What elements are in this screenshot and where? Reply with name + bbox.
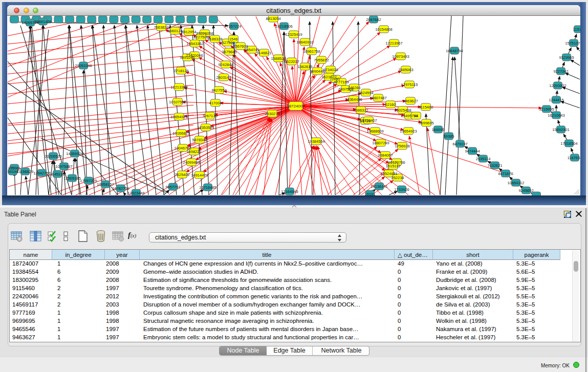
svg-text:3215955: 3215955 <box>539 107 554 112</box>
svg-text:2087682: 2087682 <box>366 17 381 22</box>
svg-text:8427552: 8427552 <box>211 88 226 93</box>
svg-text:9242848: 9242848 <box>218 62 233 67</box>
svg-text:17016504: 17016504 <box>560 141 577 146</box>
svg-text:19166825: 19166825 <box>172 131 189 136</box>
svg-text:8660124: 8660124 <box>167 29 182 33</box>
svg-text:5878342: 5878342 <box>192 138 207 142</box>
svg-text:20691406: 20691406 <box>34 19 51 24</box>
svg-text:9329965: 9329965 <box>559 55 574 60</box>
svg-text:9463627: 9463627 <box>403 99 418 103</box>
svg-text:17975115: 17975115 <box>401 82 418 87</box>
svg-text:24099489: 24099489 <box>183 160 200 165</box>
svg-text:8471676: 8471676 <box>498 171 513 176</box>
svg-text:7632621: 7632621 <box>487 163 502 168</box>
svg-text:20206526: 20206526 <box>45 154 61 159</box>
svg-text:10807487: 10807487 <box>369 96 386 100</box>
svg-text:1588520: 1588520 <box>271 56 286 61</box>
svg-text:59385: 59385 <box>444 134 454 139</box>
svg-text:12942757: 12942757 <box>33 171 50 176</box>
svg-text:6734028: 6734028 <box>323 68 338 72</box>
svg-text:17164645: 17164645 <box>281 189 298 194</box>
svg-text:16961758: 16961758 <box>303 49 320 54</box>
svg-text:16210643: 16210643 <box>548 113 564 118</box>
svg-text:10654112: 10654112 <box>508 181 525 185</box>
svg-text:1244415: 1244415 <box>549 98 563 102</box>
svg-text:7386322: 7386322 <box>353 108 368 113</box>
svg-text:1733426: 1733426 <box>394 187 409 192</box>
svg-text:16648794: 16648794 <box>446 49 463 53</box>
svg-text:6479197: 6479197 <box>452 142 467 146</box>
svg-text:746266: 746266 <box>347 85 360 90</box>
svg-text:16543362: 16543362 <box>186 41 203 46</box>
svg-text:14359926: 14359926 <box>66 151 83 156</box>
svg-text:2930273: 2930273 <box>265 112 279 116</box>
svg-text:15716485: 15716485 <box>199 185 216 190</box>
svg-text:1615112: 1615112 <box>386 164 401 168</box>
svg-text:11156829: 11156829 <box>17 169 33 174</box>
svg-text:15692901: 15692901 <box>552 127 569 132</box>
svg-text:10958157: 10958157 <box>97 182 114 187</box>
svg-text:5322037: 5322037 <box>284 59 299 64</box>
svg-text:7625402: 7625402 <box>175 172 189 177</box>
svg-text:18640910: 18640910 <box>296 40 313 45</box>
svg-text:3675685: 3675685 <box>222 50 236 54</box>
svg-text:10973493: 10973493 <box>392 54 409 59</box>
svg-text:18807249: 18807249 <box>372 141 389 145</box>
svg-text:9146821: 9146821 <box>256 51 271 55</box>
svg-text:164095: 164095 <box>431 127 444 132</box>
svg-text:1756928: 1756928 <box>395 144 409 148</box>
svg-text:10975887: 10975887 <box>55 164 72 169</box>
svg-text:9115460: 9115460 <box>419 105 433 110</box>
svg-text:12325419: 12325419 <box>285 32 302 37</box>
svg-text:1167534: 1167534 <box>568 156 580 160</box>
svg-text:1362615: 1362615 <box>297 64 312 69</box>
svg-text:1145193: 1145193 <box>50 172 65 177</box>
svg-text:19218506: 19218506 <box>275 24 292 29</box>
svg-text:62160: 62160 <box>385 102 396 107</box>
svg-text:8990448: 8990448 <box>310 69 324 74</box>
svg-text:12093832: 12093832 <box>549 83 566 88</box>
svg-text:1546: 1546 <box>229 37 238 41</box>
svg-text:10107552: 10107552 <box>169 100 186 104</box>
svg-text:252234: 252234 <box>391 176 404 180</box>
svg-text:2935114: 2935114 <box>476 157 491 161</box>
svg-text:9227342: 9227342 <box>553 69 568 74</box>
svg-text:9891046: 9891046 <box>180 55 194 60</box>
svg-text:19654925: 19654925 <box>170 115 187 119</box>
svg-text:12213383: 12213383 <box>170 85 187 90</box>
svg-text:12505185: 12505185 <box>63 176 80 181</box>
svg-text:9657791: 9657791 <box>165 185 180 189</box>
svg-text:12923448: 12923448 <box>127 191 144 195</box>
svg-text:3624554: 3624554 <box>358 91 373 95</box>
svg-text:8813054: 8813054 <box>266 16 280 21</box>
svg-text:7955812: 7955812 <box>314 58 329 62</box>
svg-text:7485063: 7485063 <box>398 68 413 72</box>
svg-text:3267130: 3267130 <box>202 114 217 118</box>
svg-text:16782759: 16782759 <box>112 186 129 191</box>
svg-text:2803144: 2803144 <box>216 75 231 80</box>
svg-text:15720407: 15720407 <box>360 118 377 123</box>
svg-text:9777169: 9777169 <box>334 80 349 84</box>
svg-text:8227509: 8227509 <box>193 35 208 39</box>
svg-text:417004: 417004 <box>209 101 222 105</box>
svg-text:10688609: 10688609 <box>366 129 383 134</box>
svg-text:12353594: 12353594 <box>197 125 214 130</box>
svg-text:16154808: 16154808 <box>375 27 392 32</box>
svg-text:12213967: 12213967 <box>385 41 402 46</box>
svg-text:44: 44 <box>414 114 418 118</box>
svg-text:7357224: 7357224 <box>226 24 241 29</box>
svg-text:10025458: 10025458 <box>394 108 411 113</box>
svg-text:2718126: 2718126 <box>173 69 188 73</box>
svg-text:15751074: 15751074 <box>565 41 580 46</box>
svg-text:19654923: 19654923 <box>400 129 417 134</box>
svg-text:18724007: 18724007 <box>287 104 305 108</box>
svg-text:14136141: 14136141 <box>371 184 387 189</box>
svg-text:23364436: 23364436 <box>345 97 362 102</box>
svg-text:8912954: 8912954 <box>181 30 196 34</box>
svg-text:14914479: 14914479 <box>191 173 208 178</box>
svg-text:9384067: 9384067 <box>378 153 393 158</box>
svg-text:29053346: 29053346 <box>75 63 92 68</box>
svg-text:19191: 19191 <box>365 192 376 196</box>
svg-text:9245652: 9245652 <box>518 188 533 193</box>
svg-text:7663822: 7663822 <box>154 25 168 30</box>
